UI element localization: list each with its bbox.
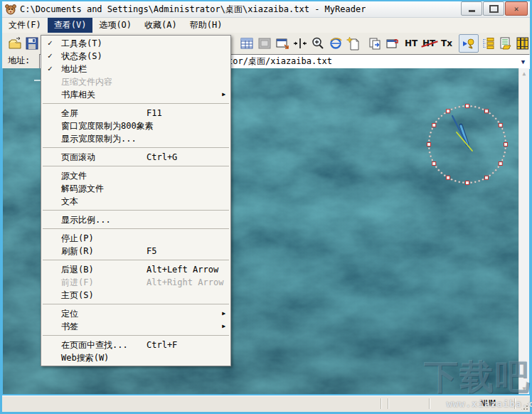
menu-item[interactable]: 解码源文件: [41, 182, 230, 195]
ht-button[interactable]: HT: [403, 34, 419, 52]
clock-minute-dot: [429, 135, 431, 137]
ht-off-icon: HT: [422, 38, 435, 48]
list-button[interactable]: [482, 34, 496, 52]
menu-item-shortcut: Ctrl+G: [147, 151, 177, 164]
menubar-item-4[interactable]: 帮助(H): [183, 18, 229, 33]
menu-item[interactable]: 主页(S): [41, 289, 230, 302]
image-icon: [257, 36, 272, 51]
status-divider: [429, 398, 430, 409]
minimize-button[interactable]: [461, 1, 482, 16]
clock-minute-dot: [492, 115, 494, 117]
clock-minute-dot: [444, 174, 446, 176]
clock-minute-dot: [428, 147, 430, 149]
clock-hour-marker: [427, 143, 431, 147]
pointer-mode-icon: [462, 36, 476, 51]
menu-item-label: Web搜索(W): [61, 353, 109, 363]
menu-separator: [43, 103, 229, 104]
clock-minute-dot: [429, 152, 431, 154]
browser-button[interactable]: [327, 34, 344, 52]
menu-item[interactable]: 书签▶: [41, 320, 230, 333]
minimize-icon: [469, 10, 475, 12]
resize-grip[interactable]: [520, 402, 529, 411]
tx-button[interactable]: Tx: [439, 34, 454, 52]
pointer-mode-button[interactable]: [459, 34, 479, 53]
image-view-button[interactable]: [256, 34, 273, 52]
clock-minute-dot: [504, 147, 506, 149]
menu-item-label: 文本: [61, 196, 78, 206]
scroll-up-icon[interactable]: ▲: [519, 68, 529, 79]
maximize-button[interactable]: [483, 1, 504, 16]
clock-minute-dot: [504, 152, 506, 154]
menu-item[interactable]: 全屏F11: [41, 107, 230, 120]
menu-item[interactable]: 书库相关▶: [41, 88, 230, 101]
menu-item[interactable]: ✓地址栏: [41, 63, 230, 75]
menu-item: 前进(F)Alt+Right Arrow: [41, 276, 230, 289]
menu-item[interactable]: ✓工具条(T): [41, 37, 230, 50]
menu-item-label: 书库相关: [61, 90, 95, 100]
menu-item-label: 刷新(R): [61, 246, 94, 256]
scroll-down-icon[interactable]: ▼: [519, 383, 529, 394]
copy-pages-button[interactable]: [366, 34, 383, 52]
open-icon: [8, 36, 22, 51]
clock-minute-dot: [503, 155, 505, 157]
menu-item[interactable]: 显示宽度限制为...: [41, 132, 230, 145]
open-button[interactable]: [6, 34, 23, 52]
menu-item[interactable]: 停止(P): [41, 232, 230, 245]
clock-minute-dot: [503, 132, 505, 134]
book-open-button[interactable]: [499, 34, 513, 52]
clock-minute-dot: [474, 181, 477, 183]
new-page-button[interactable]: [345, 34, 362, 52]
clock-minute-dot: [431, 128, 433, 130]
menu-separator: [43, 260, 229, 260]
address-dropdown-button[interactable]: ▼: [517, 55, 529, 68]
save-button[interactable]: [23, 34, 41, 52]
vertical-scrollbar[interactable]: ▲ ▼: [518, 68, 529, 394]
fit-width-icon: [293, 36, 307, 51]
menu-item-shortcut: Alt+Right Arrow: [147, 276, 223, 289]
menubar-item-3[interactable]: 收藏(A): [138, 18, 183, 33]
menu-item-label: 显示比例...: [61, 215, 111, 225]
menu-item[interactable]: 后退(B)Alt+Left Arrow: [41, 263, 230, 276]
menu-item[interactable]: 源文件: [41, 169, 230, 182]
menu-item[interactable]: ✓状态条(S): [41, 50, 230, 63]
menu-item[interactable]: 定位▶: [41, 307, 230, 320]
ht-off-button[interactable]: HT: [421, 34, 437, 52]
clock-minute-dot: [497, 166, 499, 168]
clock-minute-dot: [437, 169, 440, 171]
menu-item[interactable]: 窗口宽度限制为800象素: [41, 120, 230, 132]
clock-minute-dot: [492, 172, 494, 174]
window-width-button[interactable]: [274, 34, 291, 52]
clock-hour-marker: [499, 162, 502, 166]
submenu-arrow-icon: ▶: [222, 307, 225, 320]
window-forward-button[interactable]: [384, 34, 401, 52]
fit-width-button[interactable]: [292, 34, 309, 52]
clock-hour-marker: [485, 176, 489, 179]
zoom-button[interactable]: [309, 34, 326, 52]
menu-item[interactable]: 页面滚动Ctrl+G: [41, 151, 230, 164]
grid-view-button[interactable]: [238, 34, 255, 52]
menu-item-shortcut: F11: [147, 107, 162, 120]
bookshelf-button[interactable]: [516, 34, 530, 52]
menu-item-label: 停止(P): [61, 233, 94, 243]
menu-item-label: 在页面中查找...: [61, 340, 128, 350]
menubar-item-1[interactable]: 查看(V): [48, 18, 93, 33]
menu-item[interactable]: 刷新(R)F5: [41, 245, 230, 258]
menu-separator: [43, 147, 229, 148]
menu-item[interactable]: Web搜索(W): [41, 351, 230, 364]
bookshelf-icon: [516, 36, 530, 51]
grid-icon: [240, 36, 254, 51]
browser-icon: [329, 36, 343, 51]
status-bar: NUM: [2, 396, 530, 412]
menu-item[interactable]: 显示比例...: [41, 213, 230, 226]
clock-hour-marker: [432, 124, 436, 127]
menu-item[interactable]: 在页面中查找...Ctrl+F: [41, 339, 230, 351]
menu-item-label: 后退(B): [61, 265, 94, 275]
close-button[interactable]: ✕: [505, 1, 528, 16]
clock-minute-dot: [428, 139, 430, 142]
menu-item[interactable]: 文本: [41, 195, 230, 208]
copy-pages-icon: [368, 36, 382, 51]
menubar-item-2[interactable]: 选项(O): [92, 18, 138, 33]
menubar-item-0[interactable]: 文件(F): [2, 18, 48, 33]
clock-minute-dot: [462, 181, 464, 184]
clock-minute-dot: [451, 108, 453, 110]
